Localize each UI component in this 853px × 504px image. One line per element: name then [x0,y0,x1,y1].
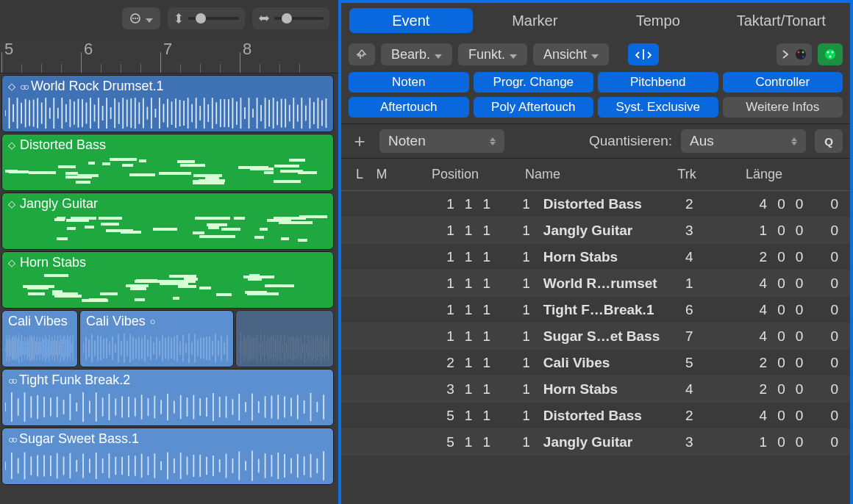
horizontal-zoom-slider[interactable] [252,7,329,29]
catch-playhead-button[interactable] [628,43,659,65]
length-cell[interactable]: 200 [709,355,809,371]
length-cell[interactable]: 400 [709,276,809,292]
tab-taktart/tonart[interactable]: Taktart/Tonart [720,7,843,34]
position-sub[interactable]: 1 [502,434,536,450]
position-sub[interactable]: 1 [502,223,536,239]
color-right-button[interactable] [818,43,843,65]
position-cell[interactable]: 311 [388,381,502,397]
track-number[interactable]: 3 [669,434,709,450]
track-number[interactable]: 5 [669,355,709,371]
position-sub[interactable]: 1 [502,381,536,397]
track-region[interactable]: Cali Vibes○ [79,310,234,367]
quantize-button[interactable]: Q [815,129,843,153]
length-extra[interactable]: 0 [809,196,843,212]
event-row[interactable]: 511 1 Distorted Bass 2 400 0 [341,403,850,429]
tab-event[interactable]: Event [349,8,473,33]
event-name[interactable]: Cali Vibes [536,355,669,371]
timeline-ruler[interactable]: 5 6 7 8 [0,37,338,73]
length-extra[interactable]: 0 [809,355,843,371]
filter-noten[interactable]: Noten [349,72,469,93]
position-cell[interactable]: 111 [388,196,502,212]
track-region[interactable]: ○○Tight Funk Break.2 [1,369,334,426]
position-sub[interactable]: 1 [502,276,536,292]
event-row[interactable]: 311 1 Horn Stabs 4 200 0 [341,376,850,403]
length-cell[interactable]: 200 [709,249,809,265]
filter-weitere-infos[interactable]: Weitere Infos [723,97,843,118]
event-name[interactable]: Tight F…Break.1 [536,302,669,318]
length-extra[interactable]: 0 [809,249,843,265]
col-M[interactable]: M [371,167,393,182]
track-region[interactable]: Cali Vibes [1,310,78,367]
col-position[interactable]: Position [393,167,518,182]
position-cell[interactable]: 111 [388,328,502,345]
track-region[interactable]: ◇Horn Stabs [1,251,334,309]
event-row[interactable]: 111 1 Horn Stabs 4 200 0 [341,244,850,270]
funct-menu[interactable]: Funkt. [458,43,527,65]
position-cell[interactable]: 111 [388,249,502,265]
length-cell[interactable]: 400 [709,302,809,318]
track-number[interactable]: 1 [669,276,709,292]
event-name[interactable]: Distorted Bass [536,196,669,212]
filter-pitchbend[interactable]: Pitchbend [598,72,718,93]
filter-progr-change[interactable]: Progr. Change [474,72,594,93]
position-cell[interactable]: 111 [388,302,502,318]
event-type-select[interactable]: Noten [379,129,504,153]
track-number[interactable]: 2 [669,196,709,212]
position-cell[interactable]: 111 [388,223,502,239]
filter-syst-exclusive[interactable]: Syst. Exclusive [598,97,718,118]
position-sub[interactable]: 1 [502,328,536,345]
event-row[interactable]: 111 1 Distorted Bass 2 400 0 [341,191,850,217]
position-sub[interactable]: 1 [502,249,536,265]
length-extra[interactable]: 0 [809,223,843,239]
length-cell[interactable]: 400 [709,408,809,424]
event-row[interactable]: 111 1 Sugar S…et Bass 7 400 0 [341,323,850,350]
event-row[interactable]: 511 1 Jangly Guitar 3 100 0 [341,429,850,456]
position-cell[interactable]: 511 [388,434,502,450]
track-region-loop[interactable] [235,310,334,367]
length-cell[interactable]: 400 [709,196,809,212]
track-region[interactable]: ◇Jangly Guitar [1,192,334,250]
position-sub[interactable]: 1 [502,196,536,212]
add-event-button[interactable]: + [349,130,371,152]
position-cell[interactable]: 511 [388,408,502,424]
event-name[interactable]: Jangly Guitar [536,223,669,239]
tab-marker[interactable]: Marker [474,7,597,34]
event-name[interactable]: Horn Stabs [536,249,669,265]
position-cell[interactable]: 111 [388,276,502,292]
event-name[interactable]: Horn Stabs [536,381,669,397]
length-cell[interactable]: 100 [709,223,809,239]
position-sub[interactable]: 1 [502,408,536,424]
track-number[interactable]: 4 [669,381,709,397]
position-sub[interactable]: 1 [502,355,536,371]
vertical-zoom-slider[interactable] [168,7,245,29]
position-sub[interactable]: 1 [502,302,536,318]
length-extra[interactable]: 0 [809,381,843,397]
options-menu[interactable] [122,7,160,29]
track-number[interactable]: 4 [669,249,709,265]
track-number[interactable]: 2 [669,408,709,424]
event-name[interactable]: Sugar S…et Bass [536,328,669,345]
length-cell[interactable]: 100 [709,434,809,450]
color-left-button[interactable] [777,43,812,65]
col-name[interactable]: Name [518,167,665,182]
col-track[interactable]: Trk [665,167,709,182]
length-extra[interactable]: 0 [809,408,843,424]
position-cell[interactable]: 211 [388,355,502,371]
tab-tempo[interactable]: Tempo [596,7,720,34]
event-name[interactable]: Distorted Bass [536,408,669,424]
filter-poly-aftertouch[interactable]: Poly Aftertouch [474,97,594,118]
filter-aftertouch[interactable]: Aftertouch [349,97,469,118]
event-row[interactable]: 111 1 Tight F…Break.1 6 400 0 [341,297,850,323]
length-extra[interactable]: 0 [809,328,843,345]
event-name[interactable]: Jangly Guitar [536,434,669,450]
filter-controller[interactable]: Controller [723,72,843,93]
event-row[interactable]: 111 1 World R…rumset 1 400 0 [341,270,850,297]
length-extra[interactable]: 0 [809,302,843,318]
col-L[interactable]: L [349,167,371,182]
track-number[interactable]: 3 [669,223,709,239]
track-region[interactable]: ◇○○World Rock Drumset.1 [1,75,334,132]
col-length[interactable]: Länge [709,167,819,182]
track-region[interactable]: ◇Distorted Bass [1,134,334,191]
length-cell[interactable]: 200 [709,381,809,397]
event-row[interactable]: 111 1 Jangly Guitar 3 100 0 [341,217,850,244]
